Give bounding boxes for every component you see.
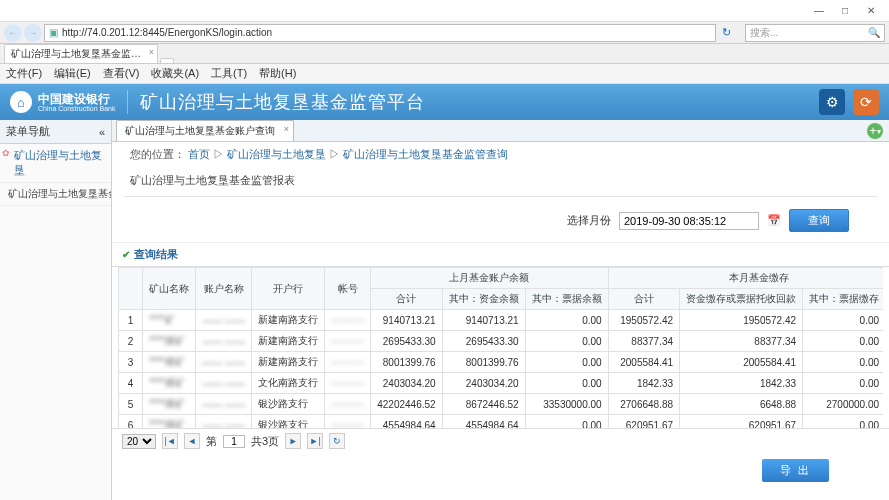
col-mine: 矿山名称 (143, 268, 196, 310)
table-row[interactable]: 6****煤矿—— ——银沙路支行············4554984.644… (119, 415, 884, 429)
close-button[interactable]: ✕ (859, 3, 883, 19)
tab-label: 矿山治理与土地复垦基金账户查询 (125, 125, 275, 136)
menu-file[interactable]: 文件(F) (6, 66, 42, 81)
browser-tab-strip: 矿山治理与土地复垦基金监… × (0, 44, 889, 64)
page-icon: ▣ (49, 27, 58, 38)
filter-bar: 选择月份 📅 查询 (112, 199, 889, 243)
sidebar-item-account-query[interactable]: 矿山治理与土地复垦基金账户查 (0, 183, 111, 206)
close-tab-icon[interactable]: × (284, 124, 289, 134)
panel-title: 矿山治理与土地复垦基金监管报表 (124, 169, 877, 197)
address-bar: ← → ▣ http://74.0.201.12:8445/EnergonKS/… (0, 22, 889, 44)
tab-account-query[interactable]: 矿山治理与土地复垦基金账户查询 × (116, 120, 294, 141)
col-group-thismonth: 本月基金缴存 (608, 268, 883, 289)
crumb-module[interactable]: 矿山治理与土地复垦 (227, 148, 326, 160)
calendar-icon[interactable]: 📅 (767, 214, 781, 227)
settings-icon[interactable]: ⚙ (819, 89, 845, 115)
page-total: 共3页 (251, 434, 279, 449)
col-bill1: 其中：票据余额 (525, 289, 608, 310)
app-tab-strip: 矿山治理与土地复垦基金账户查询 × + ▾ (112, 120, 889, 142)
close-tab-icon[interactable]: × (149, 47, 154, 57)
minimize-button[interactable]: — (807, 3, 831, 19)
col-deposit: 资金缴存或票据托收回款 (680, 289, 803, 310)
crumb-page[interactable]: 矿山治理与土地复垦基金监管查询 (343, 148, 508, 160)
page-prefix: 第 (206, 434, 217, 449)
ccb-logo-icon: ⌂ (10, 91, 32, 113)
refresh-grid-button[interactable]: ↻ (329, 433, 345, 449)
forward-button[interactable]: → (24, 24, 42, 42)
month-input[interactable] (619, 212, 759, 230)
browser-tab-title: 矿山治理与土地复垦基金监… (11, 48, 141, 59)
col-acctno: 帐号 (324, 268, 370, 310)
first-page-button[interactable]: |◄ (162, 433, 178, 449)
result-header: 查询结果 (112, 243, 889, 267)
power-icon[interactable]: ⟳ (853, 89, 879, 115)
pager: 20 |◄ ◄ 第 共3页 ► ►| ↻ (112, 428, 889, 453)
main-area: 矿山治理与土地复垦基金账户查询 × + ▾ 您的位置： 首页 ▷ 矿山治理与土地… (112, 120, 889, 500)
collapse-icon[interactable]: « (99, 126, 105, 138)
sidebar-item-mining[interactable]: 矿山治理与土地复垦 (0, 144, 111, 183)
col-sum1: 合计 (371, 289, 442, 310)
result-grid[interactable]: 矿山名称 账户名称 开户行 帐号 上月基金账户余额 本月基金缴存 合计 其中：资… (118, 267, 883, 428)
export-bar: 导 出 (112, 453, 889, 500)
col-bank: 开户行 (251, 268, 324, 310)
month-label: 选择月份 (567, 213, 611, 228)
bank-logo: ⌂ 中国建设银行 China Construction Bank (10, 91, 115, 113)
bank-name-en: China Construction Bank (38, 105, 115, 112)
menu-help[interactable]: 帮助(H) (259, 66, 296, 81)
url-text: http://74.0.201.12:8445/EnergonKS/login.… (62, 27, 272, 38)
table-row[interactable]: 5****煤矿—— ——银沙路支行············42202446.52… (119, 394, 884, 415)
table-row[interactable]: 2****煤矿—— ——新建南路支行············2695433.30… (119, 331, 884, 352)
browser-search-input[interactable]: 搜索... 🔍 (745, 24, 885, 42)
table-row[interactable]: 4****煤矿—— ——文化南路支行············2403034.20… (119, 373, 884, 394)
menu-fav[interactable]: 收藏夹(A) (151, 66, 199, 81)
sidebar-header: 菜单导航« (0, 120, 111, 144)
banner-divider (127, 90, 128, 114)
table-row[interactable]: 3****煤矿—— ——新建南路支行············8001399.76… (119, 352, 884, 373)
next-page-button[interactable]: ► (285, 433, 301, 449)
menu-tools[interactable]: 工具(T) (211, 66, 247, 81)
prev-page-button[interactable]: ◄ (184, 433, 200, 449)
bank-name: 中国建设银行 (38, 93, 115, 105)
new-tab-button[interactable] (160, 58, 174, 63)
ie-menu-bar: 文件(F) 编辑(E) 查看(V) 收藏夹(A) 工具(T) 帮助(H) (0, 64, 889, 84)
col-balance: 其中：资金余额 (442, 289, 525, 310)
app-title: 矿山治理与土地复垦基金监管平台 (140, 90, 425, 114)
crumb-home[interactable]: 首页 (188, 148, 210, 160)
page-size-select[interactable]: 20 (122, 434, 156, 449)
col-account: 账户名称 (196, 268, 252, 310)
app-banner: ⌂ 中国建设银行 China Construction Bank 矿山治理与土地… (0, 84, 889, 120)
table-row[interactable]: 1****矿—— ——新建南路支行············9140713.219… (119, 310, 884, 331)
search-placeholder: 搜索... (750, 26, 778, 40)
maximize-button[interactable]: □ (833, 3, 857, 19)
page-input[interactable] (223, 435, 245, 448)
last-page-button[interactable]: ►| (307, 433, 323, 449)
window-titlebar: — □ ✕ (0, 0, 889, 22)
query-button[interactable]: 查询 (789, 209, 849, 232)
col-bill2: 其中：票据缴存 (803, 289, 883, 310)
workbench: 菜单导航« 矿山治理与土地复垦 矿山治理与土地复垦基金账户查 矿山治理与土地复垦… (0, 120, 889, 500)
sidebar: 菜单导航« 矿山治理与土地复垦 矿山治理与土地复垦基金账户查 (0, 120, 112, 500)
menu-view[interactable]: 查看(V) (103, 66, 140, 81)
add-tab-button[interactable]: + ▾ (867, 123, 883, 139)
export-button[interactable]: 导 出 (762, 459, 829, 482)
refresh-button[interactable]: ↻ (716, 26, 737, 39)
menu-edit[interactable]: 编辑(E) (54, 66, 91, 81)
col-group-lastmonth: 上月基金账户余额 (371, 268, 608, 289)
col-sum2: 合计 (608, 289, 679, 310)
url-input[interactable]: ▣ http://74.0.201.12:8445/EnergonKS/logi… (44, 24, 716, 42)
browser-tab[interactable]: 矿山治理与土地复垦基金监… × (4, 44, 158, 63)
back-button[interactable]: ← (4, 24, 22, 42)
breadcrumb: 您的位置： 首页 ▷ 矿山治理与土地复垦 ▷ 矿山治理与土地复垦基金监管查询 (112, 142, 889, 167)
